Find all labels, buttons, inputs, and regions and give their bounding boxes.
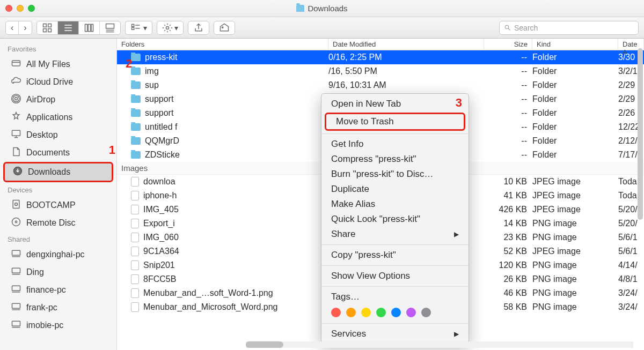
- sidebar-item-airdrop[interactable]: AirDrop: [3, 91, 113, 108]
- file-kind: Folder: [532, 66, 618, 76]
- icon-view-button[interactable]: [37, 21, 58, 34]
- menu-item-get-info[interactable]: Get Info: [321, 137, 469, 152]
- file-icon: [131, 260, 139, 270]
- coverflow-view-button[interactable]: [100, 21, 120, 34]
- col-size[interactable]: Size: [484, 39, 532, 50]
- menu-item-show-view-options[interactable]: Show View Options: [321, 269, 469, 284]
- file-name: Menubar_and_…soft_Word-1.png: [143, 288, 273, 298]
- menu-item-compress-press-kit-[interactable]: Compress "press-kit": [321, 152, 469, 167]
- file-date-added: 5/6/1: [618, 247, 644, 256]
- col-name[interactable]: Folders: [117, 39, 328, 50]
- svg-rect-30: [13, 200, 19, 208]
- file-name: Menubar_and_Microsoft_Word.png: [143, 302, 278, 312]
- sidebar-item-documents[interactable]: Documents1: [3, 144, 113, 161]
- annotation-3: 3: [456, 96, 462, 110]
- sidebar-item-label: All My Files: [26, 59, 70, 69]
- sidebar-icon: [11, 248, 21, 261]
- menu-item-make-alias[interactable]: Make Alias: [321, 197, 469, 212]
- file-size: --: [484, 108, 532, 118]
- file-row[interactable]: img/16, 5:50 PM--Folder3/2/1: [117, 64, 644, 78]
- list-view-button[interactable]: [58, 21, 79, 34]
- file-row[interactable]: sup9/16, 10:31 AM--Folder2/29: [117, 78, 644, 92]
- menu-item-share[interactable]: Share▶: [321, 227, 469, 242]
- sidebar-item-frank-pc[interactable]: frank-pc: [3, 299, 113, 316]
- folder-icon: [131, 151, 141, 159]
- file-name: downloa: [143, 177, 175, 187]
- sidebar-icon: [12, 166, 23, 178]
- column-view-button[interactable]: [79, 21, 100, 34]
- file-name: IMG_405: [143, 205, 179, 214]
- menu-item-services[interactable]: Services▶: [321, 326, 469, 341]
- sidebar-item-desktop[interactable]: Desktop: [3, 126, 113, 144]
- file-size: --: [484, 94, 532, 104]
- file-row[interactable]: press-kit0/16, 2:25 PM--Folder3/30: [117, 50, 644, 64]
- file-size: 46 KB: [484, 288, 532, 298]
- tag-color[interactable]: [331, 308, 341, 317]
- sidebar-icon: [11, 266, 21, 279]
- forward-button[interactable]: ›: [19, 21, 31, 34]
- sidebar-item-remote-disc[interactable]: Remote Disc: [3, 214, 113, 232]
- vertical-scrollbar[interactable]: [638, 48, 643, 220]
- file-kind: PNG image: [532, 233, 618, 242]
- sidebar-item-all-my-files[interactable]: All My Files: [3, 56, 113, 73]
- file-size: 26 KB: [484, 274, 532, 284]
- menu-item-label: Open in New Tab: [331, 99, 401, 109]
- sidebar-item-dengxinghai-pc[interactable]: dengxinghai-pc: [3, 246, 113, 263]
- sidebar-item-bootcamp[interactable]: BOOTCAMP: [3, 197, 113, 214]
- menu-item-open-in-new-tab[interactable]: Open in New Tab: [321, 96, 469, 111]
- tag-color[interactable]: [406, 308, 416, 317]
- sidebar-item-label: AirDrop: [26, 95, 55, 105]
- file-kind: PNG image: [532, 302, 618, 312]
- sidebar-item-icloud-drive[interactable]: iCloud Drive: [3, 73, 113, 91]
- tags-button[interactable]: [214, 21, 235, 35]
- menu-item-label: Make Alias: [331, 199, 375, 210]
- file-date: 9/16, 10:31 AM: [328, 80, 484, 90]
- menu-item-move-to-trash[interactable]: Move to Trash: [325, 113, 465, 131]
- search-placeholder: Search: [514, 24, 538, 32]
- menu-item-tags-[interactable]: Tags…: [321, 289, 469, 304]
- content-pane: Folders Date Modified Size Kind Date A p…: [117, 39, 644, 350]
- svg-point-17: [166, 26, 169, 29]
- sidebar-item-imobie-pc[interactable]: imobie-pc: [3, 317, 113, 334]
- file-name: img: [145, 66, 159, 76]
- action-button[interactable]: ▾: [157, 21, 184, 35]
- file-size: 120 KB: [484, 260, 532, 270]
- menu-item-quick-look-press-kit-[interactable]: Quick Look "press-kit": [321, 212, 469, 227]
- file-kind: JPEG image: [532, 247, 618, 256]
- file-kind: Folder: [532, 53, 618, 62]
- sidebar-icon: [11, 199, 21, 212]
- svg-rect-42: [12, 321, 20, 326]
- col-date[interactable]: Date Modified: [328, 39, 484, 50]
- tag-color[interactable]: [391, 308, 401, 317]
- file-size: 14 KB: [484, 219, 532, 228]
- horizontal-scrollbar[interactable]: [246, 341, 633, 348]
- menu-item-duplicate[interactable]: Duplicate: [321, 182, 469, 197]
- sidebar-item-ding[interactable]: Ding: [3, 264, 113, 281]
- sidebar-icon: [11, 284, 21, 296]
- sidebar-item-downloads[interactable]: Downloads: [3, 162, 113, 182]
- tag-color[interactable]: [421, 308, 431, 317]
- tag-color[interactable]: [376, 308, 386, 317]
- window-title: Downloads: [0, 4, 644, 13]
- tag-color[interactable]: [361, 308, 371, 317]
- arrange-button[interactable]: ▾: [125, 21, 152, 35]
- sidebar-item-applications[interactable]: Applications: [3, 109, 113, 126]
- share-button[interactable]: [188, 21, 209, 35]
- file-kind: Folder: [532, 136, 618, 146]
- sidebar-item-finance-pc[interactable]: finance-pc: [3, 281, 113, 299]
- menu-item-burn-press-kit-to-disc-[interactable]: Burn "press-kit" to Disc…: [321, 167, 469, 182]
- menu-item-label: Share: [331, 229, 355, 240]
- menu-separator: [321, 323, 469, 324]
- back-button[interactable]: ‹: [6, 21, 19, 34]
- folder-icon: [131, 54, 141, 61]
- sidebar-item-label: Applications: [26, 113, 72, 122]
- menu-separator: [321, 244, 469, 245]
- file-date-added: 4/14/: [618, 260, 644, 270]
- menu-item-label: Show View Options: [331, 271, 410, 281]
- menu-item-label: Get Info: [331, 139, 363, 150]
- svg-rect-9: [91, 24, 93, 31]
- search-field[interactable]: Search: [499, 21, 639, 35]
- col-kind[interactable]: Kind: [532, 39, 618, 50]
- menu-item-copy-press-kit-[interactable]: Copy "press-kit": [321, 248, 469, 263]
- tag-color[interactable]: [346, 308, 356, 317]
